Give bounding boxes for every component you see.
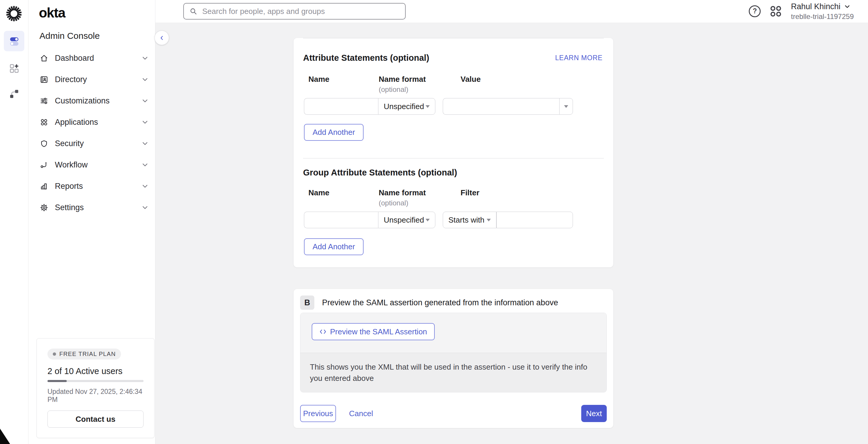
chevron-down-icon	[142, 204, 149, 211]
dropdown-caret-icon	[426, 219, 430, 221]
preview-panel: Preview the SAML Assertion This shows yo…	[300, 313, 607, 392]
apps-grid-icon[interactable]	[770, 5, 782, 18]
preview-saml-assertion-label: Preview the SAML Assertion	[330, 327, 427, 337]
preview-panel-top: Preview the SAML Assertion	[301, 313, 607, 353]
chevron-down-icon	[142, 97, 149, 104]
preview-panel-description: This shows you the XML that will be used…	[301, 353, 607, 392]
group-name-format-value: Unspecified	[384, 216, 424, 225]
group-name-format-select[interactable]: Unspecified	[378, 212, 435, 228]
column-header-name-format: Name format	[379, 75, 443, 84]
attribute-statements-column-headers: Name Name format (optional) Value	[304, 75, 613, 94]
attribute-value-dropdown-button[interactable]	[559, 98, 573, 115]
dropdown-caret-icon	[426, 105, 430, 108]
status-dot-icon	[53, 352, 56, 356]
sidebar-item-label: Directory	[55, 75, 87, 84]
column-header-optional-note: (optional)	[379, 198, 443, 208]
sidebar-item-settings[interactable]: Settings	[28, 197, 155, 218]
section-divider	[303, 38, 604, 38]
attribute-statement-row: Unspecified	[304, 98, 613, 115]
sidebar-item-security[interactable]: Security	[28, 133, 155, 154]
org-name: treblle-trial-1197259	[791, 12, 854, 21]
attribute-value-input[interactable]	[443, 98, 559, 115]
okta-admin-console: ? Rahul Khinchi treblle-trial-1197259	[0, 0, 868, 444]
preview-saml-card: B Preview the SAML assertion generated f…	[293, 289, 613, 428]
sidebar-item-reports[interactable]: Reports	[28, 176, 155, 197]
sidebar-item-label: Security	[55, 139, 84, 148]
group-attribute-statements-title: Group Attribute Statements (optional)	[303, 167, 613, 178]
search-input[interactable]	[202, 6, 400, 16]
apps-add-icon	[9, 63, 20, 74]
sidebar-nav: Dashboard Directory Customizations	[28, 47, 155, 218]
chevron-down-icon	[142, 161, 149, 168]
user-name: Rahul Khinchi	[791, 2, 840, 11]
preview-saml-assertion-button[interactable]: Preview the SAML Assertion	[312, 323, 435, 340]
group-attribute-statement-row: Unspecified Starts with	[304, 212, 613, 228]
sidebar-item-customizations[interactable]: Customizations	[28, 90, 155, 112]
preview-section-heading: Preview the SAML assertion generated fro…	[322, 298, 558, 307]
group-attribute-name-input[interactable]	[304, 212, 378, 228]
wizard-actions: Previous Cancel Next	[300, 405, 607, 422]
sidebar-collapse-button[interactable]	[155, 31, 169, 45]
sidebar-item-label: Workflow	[55, 160, 88, 169]
group-filter-operator-value: Starts with	[448, 216, 484, 225]
learn-more-link[interactable]: LEARN MORE	[555, 54, 602, 62]
user-menu[interactable]: Rahul Khinchi treblle-trial-1197259	[791, 2, 854, 21]
trial-plan-badge-label: FREE TRIAL PLAN	[59, 351, 116, 357]
column-header-value: Value	[461, 75, 481, 84]
add-apps-rail-button[interactable]	[4, 58, 24, 78]
sidebar-item-directory[interactable]: Directory	[28, 69, 155, 90]
attribute-name-input[interactable]	[304, 98, 378, 115]
saml-settings-card: Attribute Statements (optional) LEARN MO…	[293, 38, 613, 267]
help-icon[interactable]: ?	[749, 5, 761, 17]
sidebar-item-applications[interactable]: Applications	[28, 112, 155, 133]
sidebar-item-label: Settings	[55, 203, 84, 212]
trial-plan-badge: FREE TRIAL PLAN	[48, 349, 121, 359]
attribute-name-format-select[interactable]: Unspecified	[378, 98, 435, 115]
mouse-cursor	[0, 429, 10, 444]
sidebar-item-label: Customizations	[55, 96, 110, 105]
chevron-down-icon	[142, 55, 149, 62]
trial-plan-card: FREE TRIAL PLAN 2 of 10 Active users Upd…	[36, 338, 155, 438]
group-filter-value-input[interactable]	[496, 212, 573, 228]
sidebar-item-workflow[interactable]: Workflow	[28, 154, 155, 176]
okta-logo-icon[interactable]	[4, 4, 24, 24]
column-header-name: Name	[308, 188, 378, 197]
step-b-badge: B	[300, 295, 314, 310]
active-users-progress-fill	[48, 380, 67, 382]
shield-icon	[39, 139, 49, 148]
global-search[interactable]	[183, 3, 406, 20]
admin-console-rail-button[interactable]	[4, 31, 24, 51]
applications-icon	[39, 118, 49, 127]
add-another-group-attribute-button[interactable]: Add Another	[304, 238, 364, 255]
top-header: ? Rahul Khinchi treblle-trial-1197259	[155, 0, 868, 23]
sidebar-item-dashboard[interactable]: Dashboard	[28, 47, 155, 69]
add-another-attribute-button[interactable]: Add Another	[304, 124, 364, 141]
integrations-rail-button[interactable]	[4, 84, 24, 104]
column-header-name: Name	[308, 75, 378, 84]
bar-chart-icon	[39, 182, 49, 191]
chevron-down-icon	[142, 76, 149, 83]
home-icon	[39, 54, 49, 63]
toggles-icon	[8, 36, 20, 47]
sliders-icon	[39, 96, 49, 105]
header-actions: ? Rahul Khinchi treblle-trial-1197259	[749, 2, 868, 21]
column-header-name-format: Name format	[379, 188, 443, 197]
group-attribute-statements-column-headers: Name Name format (optional) Filter	[304, 188, 613, 208]
contact-us-button[interactable]: Contact us	[48, 411, 144, 428]
cancel-button[interactable]: Cancel	[342, 405, 380, 422]
column-header-filter: Filter	[461, 188, 479, 197]
previous-button[interactable]: Previous	[300, 405, 336, 422]
sidebar-item-label: Dashboard	[55, 54, 94, 63]
group-filter-operator-select[interactable]: Starts with	[443, 212, 496, 228]
workflow-icon	[39, 160, 49, 169]
preview-description-text: This shows you the XML that will be used…	[310, 361, 595, 384]
directory-icon	[39, 75, 49, 84]
active-users-progressbar	[48, 380, 144, 382]
active-users-count: 2 of 10 Active users	[48, 366, 144, 376]
chevron-down-icon	[142, 183, 149, 190]
dropdown-caret-icon	[564, 105, 568, 108]
next-button[interactable]: Next	[581, 405, 607, 422]
attribute-statements-title: Attribute Statements (optional)	[303, 53, 429, 63]
chevron-left-icon	[159, 35, 165, 41]
page-title: Admin Console	[39, 31, 155, 41]
